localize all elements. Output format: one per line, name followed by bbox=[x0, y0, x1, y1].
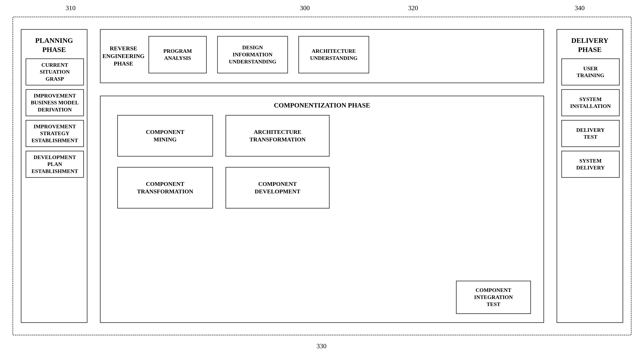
architecture-understanding-box: ARCHITECTUREUNDERSTANDING bbox=[298, 36, 369, 73]
improvement-strategy-label: IMPROVEMENTSTRATEGYESTABLISHMENT bbox=[32, 123, 78, 144]
reverse-engineering-title: REVERSEENGINEERINGPHASE bbox=[100, 30, 146, 83]
reverse-engineering-box: REVERSEENGINEERINGPHASE PROGRAMANALYSIS … bbox=[100, 29, 544, 83]
ref-300: 300 bbox=[300, 4, 310, 12]
system-installation-label: SYSTEMINSTALLATION bbox=[570, 96, 611, 110]
component-development-box: COMPONENTDEVELOPMENT bbox=[226, 167, 330, 208]
component-transformation-label: COMPONENTTRANSFORMATION bbox=[137, 180, 193, 195]
system-installation-box: SYSTEMINSTALLATION bbox=[561, 89, 620, 116]
componentization-phase-title: COMPONENTIZATION PHASE bbox=[100, 96, 544, 111]
design-information-box: DESIGNINFORMATIONUNDERSTANDING bbox=[217, 36, 288, 73]
program-analysis-box: PROGRAMANALYSIS bbox=[148, 36, 207, 73]
architecture-understanding-label: ARCHITECTUREUNDERSTANDING bbox=[310, 48, 358, 62]
system-delivery-label: SYSTEMDELIVERY bbox=[576, 157, 605, 172]
development-plan-box: DEVELOPMENTPLANESTABLISHMENT bbox=[26, 151, 84, 178]
delivery-phase-title: DELIVERYPHASE bbox=[557, 30, 622, 58]
componentization-phase-box: COMPONENTIZATION PHASE COMPONENTMINING A… bbox=[100, 96, 544, 323]
user-training-box: USERTRAINING bbox=[561, 58, 620, 85]
design-information-label: DESIGNINFORMATIONUNDERSTANDING bbox=[229, 44, 276, 65]
architecture-transformation-label: ARCHITECTURETRANSFORMATION bbox=[250, 128, 306, 144]
user-training-label: USERTRAINING bbox=[577, 65, 604, 79]
ref-340: 340 bbox=[575, 4, 585, 12]
ref-320: 320 bbox=[408, 4, 418, 12]
component-transformation-box: COMPONENTTRANSFORMATION bbox=[117, 167, 213, 208]
improvement-strategy-box: IMPROVEMENTSTRATEGYESTABLISHMENT bbox=[26, 120, 84, 147]
delivery-phase-box: DELIVERYPHASE USERTRAINING SYSTEMINSTALL… bbox=[556, 29, 623, 323]
program-analysis-label: PROGRAMANALYSIS bbox=[163, 48, 192, 62]
delivery-test-box: DELIVERYTEST bbox=[561, 120, 620, 147]
architecture-transformation-box: ARCHITECTURETRANSFORMATION bbox=[226, 115, 330, 157]
development-plan-label: DEVELOPMENTPLANESTABLISHMENT bbox=[32, 154, 78, 175]
system-delivery-box: SYSTEMDELIVERY bbox=[561, 151, 620, 178]
improvement-business-model-label: IMPROVEMENTBUSINESS MODELDERIVATION bbox=[31, 92, 79, 113]
diagram-wrapper: 310 300 320 340 330 PLANNINGPHASE CURREN… bbox=[12, 17, 632, 335]
improvement-business-model-box: IMPROVEMENTBUSINESS MODELDERIVATION bbox=[26, 89, 84, 116]
current-situation-grasp-box: CURRENTSITUATIONGRASP bbox=[26, 58, 84, 85]
component-integration-test-box: COMPONENTINTEGRATIONTEST bbox=[456, 281, 531, 314]
ref-330: 330 bbox=[316, 342, 326, 350]
planning-phase-title: PLANNINGPHASE bbox=[22, 30, 87, 58]
component-development-label: COMPONENTDEVELOPMENT bbox=[255, 180, 300, 195]
component-mining-label: COMPONENTMINING bbox=[146, 128, 184, 144]
planning-phase-box: PLANNINGPHASE CURRENTSITUATIONGRASP IMPR… bbox=[21, 29, 88, 323]
ref-310: 310 bbox=[66, 4, 76, 12]
delivery-test-label: DELIVERYTEST bbox=[576, 127, 605, 141]
current-situation-grasp-label: CURRENTSITUATIONGRASP bbox=[40, 62, 70, 83]
component-mining-box: COMPONENTMINING bbox=[117, 115, 213, 157]
component-integration-test-label: COMPONENTINTEGRATIONTEST bbox=[474, 287, 513, 308]
